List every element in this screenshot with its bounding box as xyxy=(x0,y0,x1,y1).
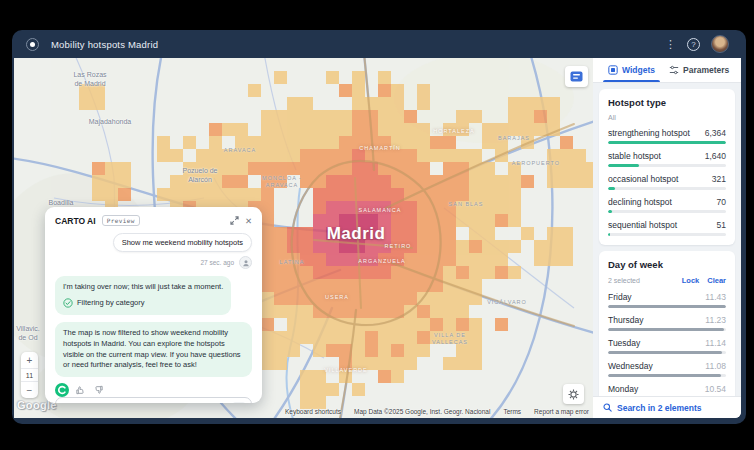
row-label: occasional hotspot xyxy=(608,174,678,184)
keyboard-shortcuts-link[interactable]: Keyboard shortcuts xyxy=(285,408,341,415)
more-options-icon[interactable]: ⋮ xyxy=(665,39,676,50)
row-value: 11.43 xyxy=(705,292,726,302)
widget-row[interactable]: Monday 10.54 xyxy=(608,384,726,396)
thumbs-down-icon[interactable] xyxy=(93,385,103,395)
row-label: sequential hotspot xyxy=(608,220,677,230)
row-value: 11.14 xyxy=(705,338,726,348)
row-value: 70 xyxy=(717,197,726,207)
expand-icon[interactable] xyxy=(230,216,239,225)
title-bar: Mobility hotspots Madrid ⋮ ? xyxy=(14,30,741,58)
carto-ai-logo-icon xyxy=(55,383,69,397)
gear-icon xyxy=(568,389,579,400)
row-label: Wednesday xyxy=(608,361,653,371)
user-avatar[interactable] xyxy=(711,35,729,53)
widget-row[interactable]: sequential hotspot 51 xyxy=(608,220,726,236)
widget-row[interactable]: Tuesday 11.14 xyxy=(608,338,726,354)
widget-row[interactable]: declining hotspot 70 xyxy=(608,197,726,213)
row-label: Monday xyxy=(608,384,638,394)
lock-link[interactable]: Lock xyxy=(682,276,700,285)
selected-count: 2 selected xyxy=(608,277,640,284)
right-sidebar: Widgets Parameters Hotspot type All stre… xyxy=(593,58,741,418)
zoom-level: 11 xyxy=(21,368,38,382)
row-label: Thursday xyxy=(608,315,643,325)
widget-row[interactable]: Thursday 11.23 xyxy=(608,315,726,331)
zoom-control: + 11 − xyxy=(21,352,38,398)
sliders-icon xyxy=(669,65,679,75)
map-attribution: Keyboard shortcuts Map Data ©2025 Google… xyxy=(285,408,589,415)
tab-parameters[interactable]: Parameters xyxy=(662,58,736,82)
widget-row[interactable]: Wednesday 11.08 xyxy=(608,361,726,377)
widget-subtitle: All xyxy=(608,114,726,121)
thumbs-up-icon[interactable] xyxy=(76,385,86,395)
map-data-text: Map Data ©2025 Google, Inst. Geogr. Naci… xyxy=(354,408,490,415)
sidebar-tabs: Widgets Parameters xyxy=(593,58,741,83)
row-value: 10.54 xyxy=(705,384,726,394)
row-bar xyxy=(608,305,726,308)
timestamp: 27 sec. ago xyxy=(200,259,234,266)
legend-toggle-button[interactable] xyxy=(565,66,588,87)
map-settings-button[interactable] xyxy=(563,384,584,404)
day-of-week-widget: Day of week 2 selected Lock Clear Friday… xyxy=(599,251,735,396)
agent-message-1: I'm taking over now; this will just take… xyxy=(55,276,231,315)
row-label: stable hotspot xyxy=(608,151,661,161)
widget-title: Hotspot type xyxy=(608,97,726,108)
widget-row[interactable]: stable hotspot 1,640 xyxy=(608,151,726,167)
legend-icon xyxy=(570,71,583,82)
zoom-in-button[interactable]: + xyxy=(21,352,38,368)
agent-message-2: The map is now filtered to show weekend … xyxy=(55,322,252,378)
carto-ai-panel: CARTO AI Preview ✕ Show me weekend mobil… xyxy=(45,207,262,403)
row-bar xyxy=(608,233,726,236)
feedback-row xyxy=(55,383,252,397)
row-value: 321 xyxy=(712,174,726,184)
row-value: 11.23 xyxy=(705,315,726,325)
widgets-icon xyxy=(608,65,618,75)
send-button[interactable] xyxy=(232,402,246,403)
tab-widgets[interactable]: Widgets xyxy=(601,58,662,82)
widget-row[interactable]: occasional hotspot 321 xyxy=(608,174,726,190)
close-icon[interactable]: ✕ xyxy=(245,216,252,226)
row-bar xyxy=(608,141,726,144)
report-map-error-link[interactable]: Report a map error xyxy=(534,408,589,415)
row-bar xyxy=(608,164,726,167)
widget-title: Day of week xyxy=(608,259,726,270)
search-elements-button[interactable]: Search in 2 elements xyxy=(593,396,741,418)
row-bar xyxy=(608,187,726,190)
row-value: 1,640 xyxy=(705,151,726,161)
app-logo-icon xyxy=(26,38,39,51)
row-bar xyxy=(608,328,726,331)
row-value: 51 xyxy=(717,220,726,230)
terms-link[interactable]: Terms xyxy=(503,408,521,415)
user-mini-avatar xyxy=(239,256,252,269)
user-message: Show me weekend mobility hotspots xyxy=(113,233,252,252)
row-label: strengthening hotspot xyxy=(608,128,690,138)
widget-row[interactable]: strengthening hotspot 6,364 xyxy=(608,128,726,144)
help-icon[interactable]: ? xyxy=(687,38,700,51)
row-label: Tuesday xyxy=(608,338,640,348)
check-circle-icon xyxy=(63,298,73,308)
preview-badge: Preview xyxy=(102,215,140,226)
row-label: declining hotspot xyxy=(608,197,672,207)
clear-link[interactable]: Clear xyxy=(707,276,726,285)
widgets-list: Hotspot type All strengthening hotspot 6… xyxy=(593,83,741,396)
chat-input-row xyxy=(55,397,252,403)
row-bar xyxy=(608,210,726,213)
search-icon xyxy=(603,403,612,412)
app-window: Mobility hotspots Madrid ⋮ ? xyxy=(12,30,746,424)
hotspot-type-widget: Hotspot type All strengthening hotspot 6… xyxy=(599,89,735,245)
row-bar xyxy=(608,374,726,377)
row-value: 11.08 xyxy=(705,361,726,371)
status-line: Filtering by category xyxy=(63,298,223,309)
zoom-out-button[interactable]: − xyxy=(21,382,38,398)
row-value: 6,364 xyxy=(705,128,726,138)
row-bar xyxy=(608,351,726,354)
chat-title: CARTO AI xyxy=(55,216,96,226)
map-canvas[interactable]: Las Rozas de MadridMajadahondaPozuelo de… xyxy=(14,58,593,418)
widget-row[interactable]: Friday 11.43 xyxy=(608,292,726,308)
message-meta: 27 sec. ago xyxy=(200,256,252,269)
page-title: Mobility hotspots Madrid xyxy=(51,39,655,50)
row-label: Friday xyxy=(608,292,632,302)
